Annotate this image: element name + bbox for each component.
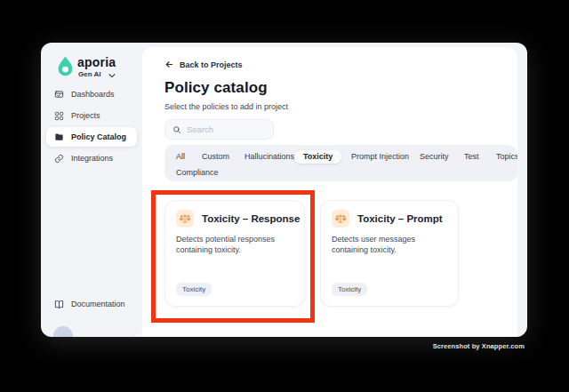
tab-test[interactable]: Test [464, 150, 479, 164]
sidebar-item-documentation[interactable]: Documentation [46, 294, 137, 314]
app-window: aporia Gen AI Dashboards Projects [41, 43, 527, 337]
back-to-projects-link[interactable]: Back to Projects [164, 60, 243, 69]
filter-tabs: All Custom Hallucinations Toxicity Promp… [164, 145, 517, 181]
aporia-drop-icon [57, 55, 74, 78]
card-description: Detects user messages containing toxicit… [332, 235, 449, 255]
tab-toxicity[interactable]: Toxicity [294, 150, 341, 164]
workspace-switcher[interactable]: aporia Gen AI [57, 54, 142, 84]
sidebar-item-label: Integrations [71, 154, 113, 163]
link-icon [54, 154, 64, 164]
projects-grid-icon [54, 111, 64, 121]
workspace-name: Gen AI [78, 70, 100, 78]
page-subtitle: Select the policies to add in project [164, 102, 288, 111]
policy-card-toxicity-prompt[interactable]: Toxicity – Prompt Detects user messages … [320, 200, 459, 307]
main-content: Back to Projects Policy catalog Select t… [142, 47, 517, 337]
card-title: Toxicity – Prompt [357, 213, 443, 224]
policy-card-toxicity-response[interactable]: Toxicity – Response Detects potential re… [164, 200, 305, 307]
sidebar-item-label: Documentation [71, 300, 125, 308]
page-title: Policy catalog [164, 79, 268, 97]
sidebar-item-label: Dashboards [71, 90, 115, 99]
tab-hallucinations[interactable]: Hallucinations [244, 150, 294, 164]
sidebar-item-integrations[interactable]: Integrations [46, 148, 137, 168]
watermark-text: Screenshot by Xnapper.com [433, 342, 525, 350]
sidebar: aporia Gen AI Dashboards Projects [41, 43, 142, 337]
card-header: Toxicity – Response [176, 210, 300, 228]
search-box[interactable] [164, 119, 274, 140]
tab-compliance[interactable]: Compliance [176, 166, 219, 180]
back-link-label: Back to Projects [180, 60, 243, 69]
sidebar-item-dashboards[interactable]: Dashboards [46, 84, 137, 104]
user-avatar[interactable] [53, 326, 73, 337]
tab-prompt-injection[interactable]: Prompt Injection [351, 150, 409, 164]
sidebar-item-projects[interactable]: Projects [46, 106, 137, 125]
sidebar-item-label: Policy Catalog [71, 132, 126, 141]
card-tag-badge: Toxicity [332, 283, 367, 296]
tab-security[interactable]: Security [420, 150, 449, 164]
book-icon [54, 300, 64, 309]
folder-icon [54, 132, 64, 142]
search-input[interactable] [187, 124, 266, 134]
sidebar-item-policy-catalog[interactable]: Policy Catalog [46, 127, 137, 147]
scales-icon [176, 210, 194, 228]
arrow-left-icon [164, 60, 174, 69]
card-header: Toxicity – Prompt [332, 210, 443, 228]
card-title: Toxicity – Response [202, 213, 300, 224]
chevron-down-icon[interactable] [108, 71, 116, 80]
card-description: Detects potential responses containing t… [176, 235, 295, 255]
tab-custom[interactable]: Custom [202, 150, 229, 164]
scales-icon [332, 210, 349, 228]
sidebar-item-label: Projects [71, 111, 100, 120]
brand-name: aporia [77, 55, 116, 69]
tab-topics[interactable]: Topics [496, 150, 517, 164]
dashboards-icon [54, 90, 64, 100]
card-tag-badge: Toxicity [176, 283, 212, 296]
tab-all[interactable]: All [176, 150, 185, 164]
search-icon [172, 125, 181, 134]
